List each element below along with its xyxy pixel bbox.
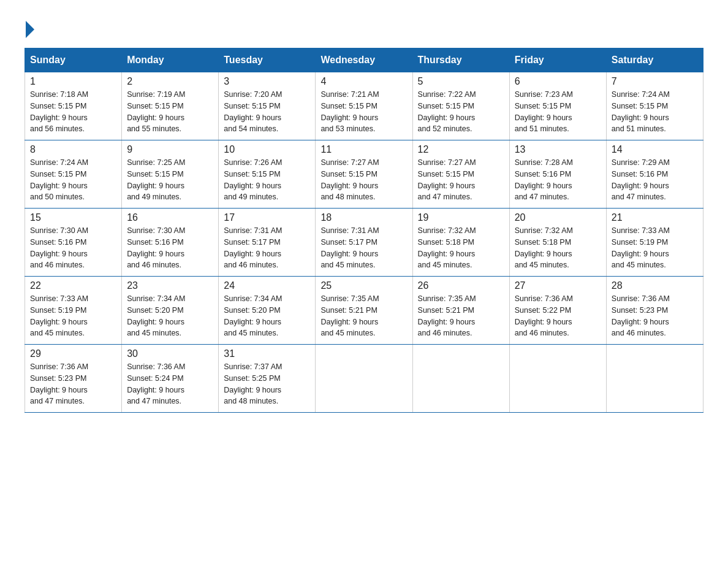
page-header [25, 18, 703, 36]
day-number: 28 [612, 280, 698, 291]
day-info: Sunrise: 7:25 AMSunset: 5:15 PMDaylight:… [127, 157, 213, 203]
day-info: Sunrise: 7:37 AMSunset: 5:25 PMDaylight:… [224, 361, 310, 407]
day-number: 18 [320, 212, 407, 223]
day-number: 6 [515, 76, 601, 87]
day-number: 16 [127, 212, 213, 223]
day-info: Sunrise: 7:35 AMSunset: 5:21 PMDaylight:… [418, 293, 504, 339]
calendar-cell: 1 Sunrise: 7:18 AMSunset: 5:15 PMDayligh… [25, 72, 122, 140]
day-info: Sunrise: 7:32 AMSunset: 5:18 PMDaylight:… [515, 225, 601, 271]
day-number: 15 [30, 212, 116, 223]
calendar-week-row: 29 Sunrise: 7:36 AMSunset: 5:23 PMDaylig… [25, 345, 703, 413]
calendar-cell: 17 Sunrise: 7:31 AMSunset: 5:17 PMDaylig… [219, 209, 316, 277]
calendar-cell: 26 Sunrise: 7:35 AMSunset: 5:21 PMDaylig… [412, 277, 509, 345]
calendar-cell: 31 Sunrise: 7:37 AMSunset: 5:25 PMDaylig… [219, 345, 316, 413]
calendar-cell: 28 Sunrise: 7:36 AMSunset: 5:23 PMDaylig… [606, 277, 703, 345]
calendar-cell: 7 Sunrise: 7:24 AMSunset: 5:15 PMDayligh… [606, 72, 703, 140]
day-number: 4 [320, 76, 407, 87]
day-info: Sunrise: 7:34 AMSunset: 5:20 PMDaylight:… [224, 293, 310, 339]
day-number: 5 [418, 76, 504, 87]
day-number: 13 [515, 144, 601, 155]
calendar-cell: 3 Sunrise: 7:20 AMSunset: 5:15 PMDayligh… [219, 72, 316, 140]
day-info: Sunrise: 7:36 AMSunset: 5:23 PMDaylight:… [612, 293, 698, 339]
day-number: 22 [30, 280, 116, 291]
calendar-cell: 2 Sunrise: 7:19 AMSunset: 5:15 PMDayligh… [122, 72, 219, 140]
day-number: 8 [30, 144, 116, 155]
calendar-cell: 15 Sunrise: 7:30 AMSunset: 5:16 PMDaylig… [25, 209, 122, 277]
day-number: 11 [320, 144, 407, 155]
calendar-table: SundayMondayTuesdayWednesdayThursdayFrid… [25, 48, 703, 413]
day-info: Sunrise: 7:27 AMSunset: 5:15 PMDaylight:… [320, 157, 407, 203]
calendar-week-row: 1 Sunrise: 7:18 AMSunset: 5:15 PMDayligh… [25, 72, 703, 140]
calendar-week-row: 22 Sunrise: 7:33 AMSunset: 5:19 PMDaylig… [25, 277, 703, 345]
day-number: 14 [612, 144, 698, 155]
calendar-cell: 12 Sunrise: 7:27 AMSunset: 5:15 PMDaylig… [412, 140, 509, 209]
column-header-saturday: Saturday [606, 48, 703, 72]
day-number: 27 [515, 280, 601, 291]
day-info: Sunrise: 7:29 AMSunset: 5:16 PMDaylight:… [612, 157, 698, 203]
day-number: 10 [224, 144, 310, 155]
day-number: 2 [127, 76, 213, 87]
calendar-cell: 11 Sunrise: 7:27 AMSunset: 5:15 PMDaylig… [316, 140, 412, 209]
day-number: 23 [127, 280, 213, 291]
day-number: 17 [224, 212, 310, 223]
day-number: 26 [418, 280, 504, 291]
column-header-tuesday: Tuesday [219, 48, 316, 72]
calendar-cell: 21 Sunrise: 7:33 AMSunset: 5:19 PMDaylig… [606, 209, 703, 277]
day-info: Sunrise: 7:33 AMSunset: 5:19 PMDaylight:… [612, 225, 698, 271]
day-info: Sunrise: 7:21 AMSunset: 5:15 PMDaylight:… [320, 89, 407, 135]
calendar-cell: 14 Sunrise: 7:29 AMSunset: 5:16 PMDaylig… [606, 140, 703, 209]
calendar-cell: 13 Sunrise: 7:28 AMSunset: 5:16 PMDaylig… [509, 140, 606, 209]
column-header-wednesday: Wednesday [316, 48, 412, 72]
day-number: 24 [224, 280, 310, 291]
day-info: Sunrise: 7:36 AMSunset: 5:24 PMDaylight:… [127, 361, 213, 407]
calendar-cell: 22 Sunrise: 7:33 AMSunset: 5:19 PMDaylig… [25, 277, 122, 345]
day-info: Sunrise: 7:34 AMSunset: 5:20 PMDaylight:… [127, 293, 213, 339]
day-info: Sunrise: 7:36 AMSunset: 5:23 PMDaylight:… [30, 361, 116, 407]
day-number: 3 [224, 76, 310, 87]
day-info: Sunrise: 7:19 AMSunset: 5:15 PMDaylight:… [127, 89, 213, 135]
calendar-cell: 30 Sunrise: 7:36 AMSunset: 5:24 PMDaylig… [122, 345, 219, 413]
column-header-monday: Monday [122, 48, 219, 72]
column-header-thursday: Thursday [412, 48, 509, 72]
calendar-cell: 27 Sunrise: 7:36 AMSunset: 5:22 PMDaylig… [509, 277, 606, 345]
column-header-friday: Friday [509, 48, 606, 72]
calendar-week-row: 8 Sunrise: 7:24 AMSunset: 5:15 PMDayligh… [25, 140, 703, 209]
day-info: Sunrise: 7:31 AMSunset: 5:17 PMDaylight:… [224, 225, 310, 271]
day-info: Sunrise: 7:27 AMSunset: 5:15 PMDaylight:… [418, 157, 504, 203]
calendar-cell [316, 345, 412, 413]
calendar-cell: 29 Sunrise: 7:36 AMSunset: 5:23 PMDaylig… [25, 345, 122, 413]
day-number: 29 [30, 348, 116, 359]
logo [25, 18, 34, 36]
calendar-cell: 23 Sunrise: 7:34 AMSunset: 5:20 PMDaylig… [122, 277, 219, 345]
calendar-cell: 19 Sunrise: 7:32 AMSunset: 5:18 PMDaylig… [412, 209, 509, 277]
day-info: Sunrise: 7:24 AMSunset: 5:15 PMDaylight:… [612, 89, 698, 135]
day-number: 25 [320, 280, 407, 291]
day-info: Sunrise: 7:30 AMSunset: 5:16 PMDaylight:… [30, 225, 116, 271]
day-number: 12 [418, 144, 504, 155]
calendar-cell [606, 345, 703, 413]
day-info: Sunrise: 7:31 AMSunset: 5:17 PMDaylight:… [320, 225, 407, 271]
day-number: 20 [515, 212, 601, 223]
day-number: 31 [224, 348, 310, 359]
calendar-cell: 9 Sunrise: 7:25 AMSunset: 5:15 PMDayligh… [122, 140, 219, 209]
day-info: Sunrise: 7:33 AMSunset: 5:19 PMDaylight:… [30, 293, 116, 339]
day-info: Sunrise: 7:24 AMSunset: 5:15 PMDaylight:… [30, 157, 116, 203]
calendar-week-row: 15 Sunrise: 7:30 AMSunset: 5:16 PMDaylig… [25, 209, 703, 277]
day-info: Sunrise: 7:35 AMSunset: 5:21 PMDaylight:… [320, 293, 407, 339]
calendar-cell: 6 Sunrise: 7:23 AMSunset: 5:15 PMDayligh… [509, 72, 606, 140]
day-info: Sunrise: 7:30 AMSunset: 5:16 PMDaylight:… [127, 225, 213, 271]
calendar-cell: 4 Sunrise: 7:21 AMSunset: 5:15 PMDayligh… [316, 72, 412, 140]
day-info: Sunrise: 7:36 AMSunset: 5:22 PMDaylight:… [515, 293, 601, 339]
calendar-cell [412, 345, 509, 413]
calendar-cell: 5 Sunrise: 7:22 AMSunset: 5:15 PMDayligh… [412, 72, 509, 140]
logo-arrow-icon [26, 21, 34, 38]
day-info: Sunrise: 7:18 AMSunset: 5:15 PMDaylight:… [30, 89, 116, 135]
day-number: 7 [612, 76, 698, 87]
calendar-cell: 18 Sunrise: 7:31 AMSunset: 5:17 PMDaylig… [316, 209, 412, 277]
day-info: Sunrise: 7:23 AMSunset: 5:15 PMDaylight:… [515, 89, 601, 135]
day-number: 1 [30, 76, 116, 87]
day-number: 19 [418, 212, 504, 223]
calendar-cell: 24 Sunrise: 7:34 AMSunset: 5:20 PMDaylig… [219, 277, 316, 345]
day-info: Sunrise: 7:26 AMSunset: 5:15 PMDaylight:… [224, 157, 310, 203]
calendar-cell: 16 Sunrise: 7:30 AMSunset: 5:16 PMDaylig… [122, 209, 219, 277]
